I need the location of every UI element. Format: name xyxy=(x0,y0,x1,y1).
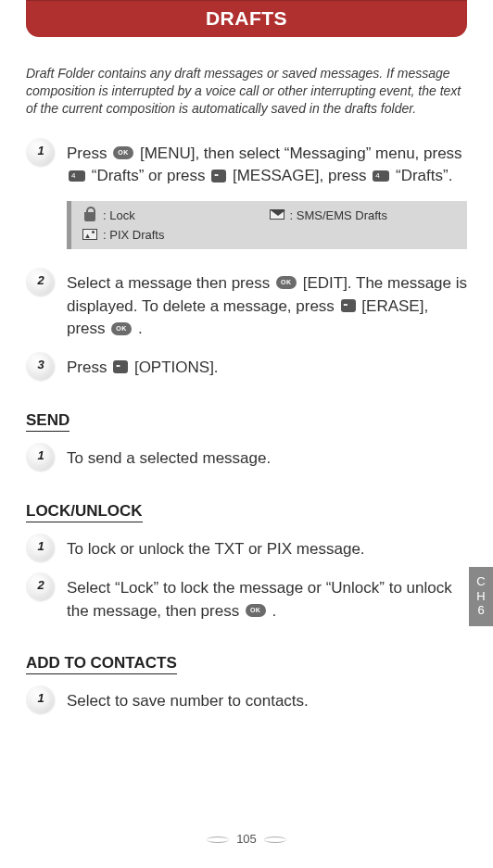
intro-text: Draft Folder contains any draft messages… xyxy=(26,65,467,118)
step-row: 1Select to save number to contacts. xyxy=(26,687,467,713)
step-text: Press [OPTIONS]. xyxy=(67,354,219,380)
picture-icon xyxy=(82,228,97,241)
step-text-part: “Drafts” or press xyxy=(87,167,209,184)
step-row: 2Select “Lock” to lock the message or “U… xyxy=(26,574,467,623)
header-tab: DRAFTS xyxy=(26,0,467,46)
legend-sms-label: : SMS/EMS Drafts xyxy=(290,208,387,222)
legend-pix: : PIX Drafts xyxy=(82,228,270,242)
step-number: 1 xyxy=(26,443,54,471)
step-text-part: . xyxy=(268,602,276,620)
ok-key-icon xyxy=(111,322,132,335)
legend-pix-label: : PIX Drafts xyxy=(103,228,164,242)
step-text-part: Press xyxy=(67,359,111,376)
chapter-letter-c: C xyxy=(469,574,493,589)
step-text: Select “Lock” to lock the message or “Un… xyxy=(67,574,467,623)
step-row: 1To lock or unlock the TXT or PIX messag… xyxy=(26,535,467,561)
step-text-part: To lock or unlock the TXT or PIX message… xyxy=(67,540,365,558)
step-text: To lock or unlock the TXT or PIX message… xyxy=(67,535,365,561)
chapter-number: 6 xyxy=(469,603,493,618)
step-number: 2 xyxy=(26,268,54,296)
step-text: Select to save number to contacts. xyxy=(67,687,309,713)
step-row: 3Press [OPTIONS]. xyxy=(26,354,467,380)
step-text-part: Select a message then press xyxy=(67,274,274,292)
step-row: 2Select a message then press [EDIT]. The… xyxy=(26,270,467,341)
step-text-part: “Drafts”. xyxy=(391,167,452,184)
step-row: 1Press [MENU], then select “Messaging” m… xyxy=(26,140,467,188)
ok-key-icon xyxy=(113,146,133,159)
step-row: 1To send a selected message. xyxy=(26,445,467,471)
page-number: 105 xyxy=(227,830,266,848)
chapter-tab: C H 6 xyxy=(469,567,493,626)
step-number: 1 xyxy=(26,686,54,713)
step-number: 1 xyxy=(26,138,54,166)
step-number: 3 xyxy=(26,352,54,380)
page-number-wrap: 105 xyxy=(0,830,493,848)
envelope-icon xyxy=(270,208,284,221)
step-number: 2 xyxy=(26,572,54,600)
legend-lock-label: : Lock xyxy=(103,208,135,222)
lock-icon xyxy=(82,208,97,221)
step-text-part: Press xyxy=(67,145,111,162)
section-lock-title: LOCK/UNLOCK xyxy=(26,502,143,522)
softkey-icon xyxy=(113,360,128,373)
step-text-part: [OPTIONS]. xyxy=(130,359,218,376)
page-title: DRAFTS xyxy=(26,0,467,37)
section-add-title: ADD TO CONTACTS xyxy=(26,654,177,674)
step-text-part: . xyxy=(133,320,142,337)
step-number: 1 xyxy=(26,534,54,561)
step-text-part: Select to save number to contacts. xyxy=(67,692,309,710)
key-4-icon xyxy=(69,170,85,182)
section-send-title: SEND xyxy=(26,411,70,432)
step-text: To send a selected message. xyxy=(67,445,271,471)
step-text-part: To send a selected message. xyxy=(67,449,271,467)
legend-box: : Lock: SMS/EMS Drafts: PIX Drafts xyxy=(67,201,467,249)
ok-key-icon xyxy=(276,276,297,289)
key-4-icon xyxy=(373,170,389,182)
step-text-part: [MESSAGE], press xyxy=(228,167,371,184)
step-text: Press [MENU], then select “Messaging” me… xyxy=(67,140,467,188)
step-text-part: [MENU], then select “Messaging” menu, pr… xyxy=(135,145,461,162)
chapter-letter-h: H xyxy=(469,589,493,604)
ok-key-icon xyxy=(246,604,266,617)
softkey-icon xyxy=(211,170,226,182)
softkey-icon xyxy=(341,299,356,312)
legend-lock: : Lock xyxy=(82,208,270,222)
legend-sms: : SMS/EMS Drafts xyxy=(270,208,457,222)
step-text: Select a message then press [EDIT]. The … xyxy=(67,270,467,341)
content: Draft Folder contains any draft messages… xyxy=(0,46,493,713)
